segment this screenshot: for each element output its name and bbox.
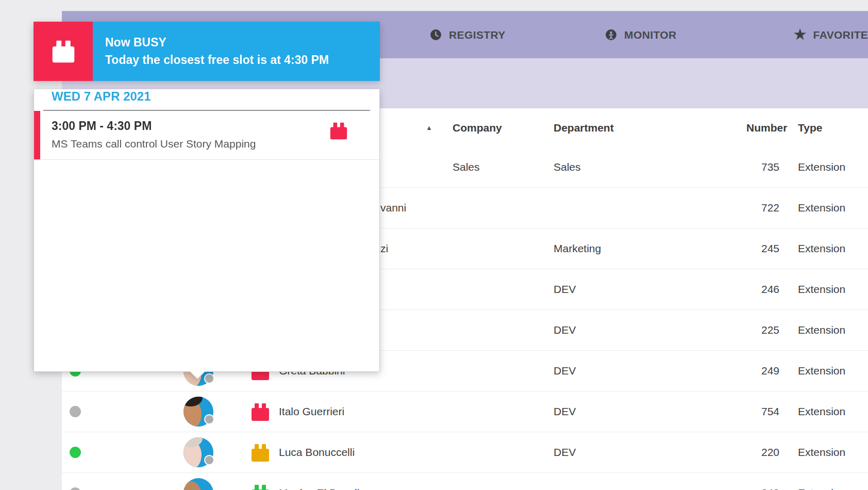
popup-header: Now BUSY Today the closest free slot is … — [34, 22, 380, 81]
nav-tab-registry[interactable]: REGISTRY — [429, 11, 506, 58]
calendar-busy-icon[interactable] — [252, 403, 269, 421]
person-icon — [605, 28, 617, 41]
column-header-department[interactable]: Department — [554, 108, 614, 147]
event-time: 3:00 PM - 4:30 PM — [52, 119, 343, 133]
nav-tab-monitor[interactable]: MONITOR — [605, 11, 677, 58]
type-cell: Extension — [798, 269, 845, 309]
clock-icon — [429, 28, 442, 41]
number-cell: 722 — [728, 188, 779, 228]
contact-name: Luca Bonuccelli — [279, 432, 355, 472]
popup-busy-block — [34, 22, 93, 81]
contact-name: Moulay El Bouali — [279, 473, 359, 490]
presence-dot-offline — [70, 487, 81, 490]
number-cell: 225 — [728, 310, 779, 350]
company-cell: Sales — [453, 147, 480, 187]
avatar-status-badge — [204, 414, 214, 424]
type-cell: Extension — [798, 147, 845, 187]
column-header-company[interactable]: Company — [453, 108, 502, 147]
calendar-tentative-icon[interactable] — [252, 444, 269, 462]
table-row[interactable]: Moulay El Bouali 243 Extension — [62, 473, 868, 490]
number-cell: 220 — [728, 432, 779, 472]
type-cell: Extension — [798, 351, 845, 391]
table-row[interactable]: Italo Guerrieri DEV 754 Extension — [62, 391, 868, 432]
type-cell: Extension — [798, 432, 845, 472]
number-cell: 249 — [728, 351, 779, 391]
contact-name-partial: zi — [380, 228, 388, 269]
event-calendar-icon — [330, 123, 347, 139]
popup-status-text: Now BUSY Today the closest free slot is … — [93, 22, 380, 81]
popup-status-title: Now BUSY — [105, 36, 380, 50]
star-icon: ★ — [794, 28, 807, 42]
number-cell: 754 — [728, 391, 779, 432]
type-cell: Extension — [798, 310, 845, 350]
calendar-icon — [52, 40, 74, 62]
type-cell: Extension — [798, 188, 845, 228]
number-cell: 735 — [728, 147, 779, 187]
app-window: REGISTRY MONITOR ★ FAVORITES ▲ Company D… — [0, 0, 868, 490]
department-cell: DEV — [554, 269, 576, 309]
table-row[interactable]: Luca Bonuccelli DEV 220 Extension — [62, 432, 868, 473]
column-header-number[interactable]: Number — [746, 108, 787, 147]
calendar-status-popup: Now BUSY Today the closest free slot is … — [34, 22, 380, 372]
type-cell: Extension — [798, 473, 845, 490]
department-cell: DEV — [554, 432, 576, 472]
column-header-type[interactable]: Type — [798, 108, 822, 147]
nav-monitor-label: MONITOR — [624, 29, 677, 41]
event-title: MS Teams call control User Story Mapping — [52, 138, 343, 150]
contact-name: Italo Guerrieri — [279, 391, 344, 432]
popup-status-subtitle: Today the closest free slot is at 4:30 P… — [105, 53, 380, 67]
nav-favorites-label: FAVORITES — [813, 29, 868, 41]
avatar-status-badge — [204, 373, 214, 384]
type-cell: Extension — [798, 228, 845, 269]
nav-tab-favorites[interactable]: ★ FAVORITES — [794, 11, 868, 58]
sort-asc-icon[interactable]: ▲ — [426, 108, 432, 147]
event-busy-bar — [34, 111, 40, 159]
contact-name-partial: vanni — [380, 188, 406, 228]
nav-registry-label: REGISTRY — [449, 29, 506, 41]
number-cell: 245 — [728, 228, 779, 269]
type-cell: Extension — [798, 391, 845, 432]
calendar-free-icon[interactable] — [252, 485, 269, 490]
calendar-event[interactable]: 3:00 PM - 4:30 PM MS Teams call control … — [34, 111, 379, 160]
popup-date: WED 7 APR 2021 — [52, 89, 379, 104]
department-cell: DEV — [554, 391, 576, 432]
popup-body: WED 7 APR 2021 3:00 PM - 4:30 PM MS Team… — [34, 89, 380, 372]
department-cell: Sales — [554, 147, 581, 187]
department-cell: DEV — [554, 351, 576, 391]
number-cell: 246 — [728, 269, 779, 309]
avatar[interactable] — [183, 478, 213, 490]
avatar-status-badge — [204, 455, 214, 465]
presence-dot-online — [70, 447, 81, 458]
number-cell: 243 — [728, 473, 779, 490]
presence-dot-offline — [70, 406, 81, 417]
department-cell: Marketing — [554, 228, 601, 269]
department-cell: DEV — [554, 310, 576, 350]
